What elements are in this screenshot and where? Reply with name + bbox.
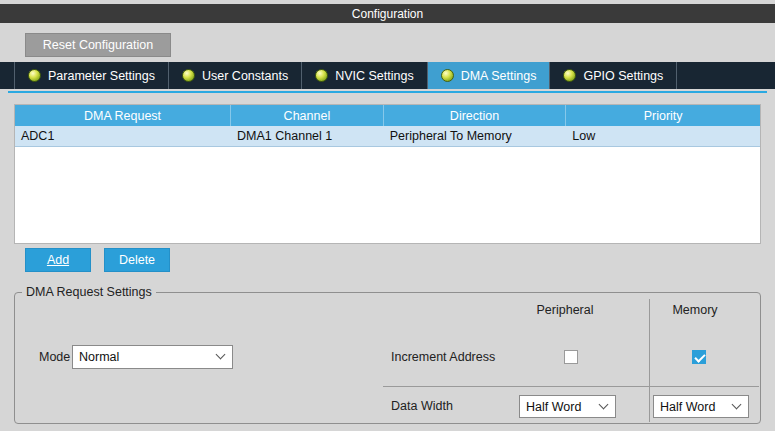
memory-data-width-dropdown[interactable]: Half Word: [653, 395, 749, 418]
peripheral-increment-checkbox[interactable]: [564, 350, 578, 364]
peripheral-column-label: Peripheral: [495, 303, 635, 317]
window-title-bar: Configuration: [0, 4, 775, 23]
col-header-priority: Priority: [566, 105, 760, 126]
table-row[interactable]: ADC1 DMA1 Channel 1 Peripheral To Memory…: [15, 126, 760, 147]
chevron-down-icon: [216, 350, 226, 360]
dma-request-table: DMA Request Channel Direction Priority A…: [14, 104, 761, 244]
table-header-row: DMA Request Channel Direction Priority: [15, 105, 760, 126]
row-divider: [383, 386, 759, 387]
column-divider: [649, 299, 650, 422]
cell-direction: Peripheral To Memory: [384, 126, 567, 146]
tab-label: DMA Settings: [461, 69, 537, 83]
tab-bar: Parameter Settings User Constants NVIC S…: [0, 62, 775, 89]
peripheral-data-width-value: Half Word: [526, 400, 581, 414]
col-header-direction: Direction: [384, 105, 567, 126]
tab-underline: [8, 91, 767, 93]
mode-value: Normal: [79, 350, 119, 364]
memory-column-label: Memory: [645, 303, 745, 317]
tab-parameter-settings[interactable]: Parameter Settings: [14, 62, 169, 89]
tab-check-icon: [182, 69, 195, 82]
tab-check-icon: [315, 69, 328, 82]
mode-label: Mode: [39, 345, 70, 369]
peripheral-data-width-dropdown[interactable]: Half Word: [519, 395, 616, 418]
tab-nvic-settings[interactable]: NVIC Settings: [302, 62, 428, 89]
tab-check-icon: [563, 69, 576, 82]
data-width-label: Data Width: [391, 394, 453, 418]
window-title: Configuration: [352, 7, 423, 21]
col-header-dma-request: DMA Request: [15, 105, 231, 126]
tab-label: Parameter Settings: [48, 69, 155, 83]
memory-data-width-value: Half Word: [660, 400, 715, 414]
tab-label: NVIC Settings: [335, 69, 414, 83]
tab-check-icon: [441, 69, 454, 82]
mode-dropdown[interactable]: Normal: [72, 345, 233, 369]
chevron-down-icon: [732, 399, 742, 409]
tab-gpio-settings[interactable]: GPIO Settings: [550, 62, 677, 89]
cell-priority: Low: [566, 126, 760, 146]
increment-address-label: Increment Address: [391, 345, 495, 369]
delete-button[interactable]: Delete: [104, 248, 170, 272]
chevron-down-icon: [599, 399, 609, 409]
reset-configuration-label: Reset Configuration: [43, 38, 153, 52]
tab-dma-settings[interactable]: DMA Settings: [428, 62, 551, 89]
memory-increment-checkbox[interactable]: [692, 350, 706, 364]
tab-label: GPIO Settings: [583, 69, 663, 83]
cell-dma-request: ADC1: [15, 126, 231, 146]
cell-channel: DMA1 Channel 1: [231, 126, 384, 146]
add-button[interactable]: Add: [25, 248, 91, 272]
dma-request-settings-group: DMA Request Settings Peripheral Memory M…: [14, 292, 761, 424]
reset-configuration-button[interactable]: Reset Configuration: [25, 33, 171, 57]
tab-label: User Constants: [202, 69, 288, 83]
add-button-label: Add: [47, 253, 69, 267]
tab-check-icon: [28, 69, 41, 82]
col-header-channel: Channel: [231, 105, 384, 126]
group-title: DMA Request Settings: [22, 285, 156, 299]
delete-button-label: Delete: [119, 253, 155, 267]
tab-user-constants[interactable]: User Constants: [169, 62, 302, 89]
